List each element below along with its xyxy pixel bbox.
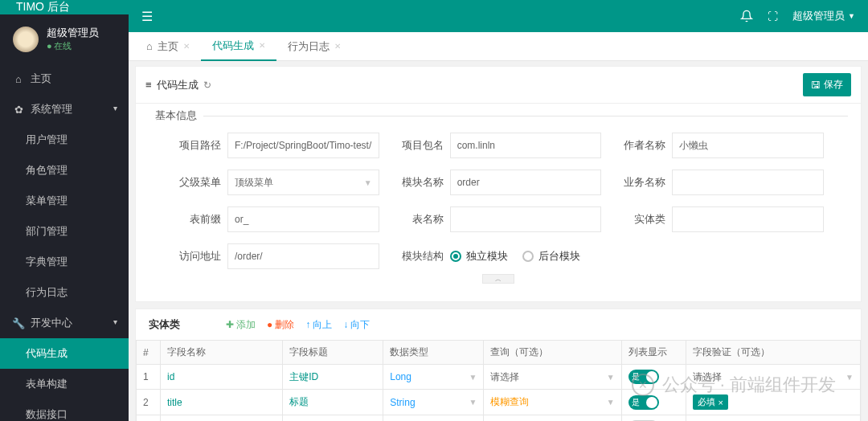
move-down-button[interactable]: ↓向下 — [343, 318, 370, 332]
home-icon: ⌂ — [146, 40, 153, 52]
user-name: 超级管理员 — [47, 26, 99, 40]
close-icon[interactable]: × — [719, 398, 723, 407]
tab-log[interactable]: 行为日志 ✕ — [276, 32, 352, 61]
entity-input[interactable] — [672, 206, 824, 232]
nav-user-mgmt[interactable]: 用户管理 — [0, 125, 129, 155]
admin-label: 超级管理员 — [792, 9, 845, 23]
nav-system[interactable]: ✿ 系统管理 ▴ — [0, 94, 129, 125]
type-select[interactable]: String▼ — [390, 397, 477, 408]
close-icon[interactable]: ✕ — [334, 42, 341, 51]
parent-menu-select[interactable]: 顶级菜单▼ — [227, 170, 379, 195]
bell-icon[interactable] — [740, 10, 753, 22]
tab-home[interactable]: ⌂ 主页 ✕ — [135, 32, 201, 61]
validate-select[interactable]: 请选择▼ — [693, 370, 854, 384]
radio-standalone[interactable]: 独立模块 — [450, 249, 508, 264]
chevron-down-icon: ▼ — [845, 373, 854, 382]
query-select[interactable]: 请选择▼ — [490, 370, 614, 384]
chevron-down-icon: ▼ — [607, 373, 615, 382]
save-icon: 🖫 — [811, 80, 821, 91]
switch-on[interactable]: 是 — [628, 395, 659, 410]
wrench-icon: 🔧 — [13, 317, 24, 329]
type-select[interactable]: Long▼ — [390, 371, 477, 382]
nav-role-mgmt[interactable]: 角色管理 — [0, 155, 129, 186]
tab-codegen[interactable]: 代码生成 ✕ — [201, 32, 276, 61]
logo: TIMO 后台 — [0, 0, 129, 14]
required-badge[interactable]: 必填 × — [693, 394, 728, 410]
avatar[interactable] — [13, 27, 39, 52]
user-block: 超级管理员 在线 — [0, 14, 129, 63]
chevron-down-icon: ▼ — [469, 398, 477, 407]
nav-form-build[interactable]: 表单构建 — [0, 369, 129, 399]
fieldset-legend: 基本信息 — [149, 108, 203, 123]
close-icon[interactable]: ✕ — [259, 41, 265, 50]
radio-icon — [522, 251, 534, 262]
nav-behavior-log[interactable]: 行为日志 — [0, 277, 129, 308]
user-status: 在线 — [47, 40, 99, 52]
chevron-down-icon: ▼ — [607, 398, 615, 407]
switch-on[interactable]: 是 — [628, 370, 659, 384]
url-input[interactable] — [227, 243, 379, 269]
nav-dict-mgmt[interactable]: 字典管理 — [0, 247, 129, 277]
table-prefix-input[interactable] — [227, 206, 379, 232]
table-row[interactable]: 2 title 标题 String▼ 模糊查询▼ 是 必填 × — [137, 390, 861, 415]
table-row[interactable]: 1 id 主键ID Long▼ 请选择▼ 是 请选择▼ — [137, 365, 861, 390]
nav-dept-mgmt[interactable]: 部门管理 — [0, 216, 129, 247]
fullscreen-icon[interactable]: ⛶ — [768, 10, 778, 22]
chevron-down-icon: ▼ — [469, 373, 477, 382]
save-button[interactable]: 🖫 保存 — [803, 73, 851, 96]
nav-label: 系统管理 — [31, 102, 72, 116]
nav-home[interactable]: ⌂ 主页 — [0, 63, 129, 94]
radio-icon — [450, 251, 461, 262]
refresh-icon[interactable]: ↻ — [203, 80, 211, 91]
entity-table: # 字段名称 字段标题 数据类型 查询（可选） 列表显示 字段验证（可选） 1 … — [136, 340, 861, 421]
collapse-handle[interactable]: ︿ — [482, 274, 514, 284]
add-button[interactable]: ✚添加 — [226, 318, 256, 332]
module-name-input[interactable] — [450, 170, 602, 195]
project-path-input[interactable] — [227, 133, 379, 158]
nav-dev[interactable]: 🔧 开发中心 ▴ — [0, 308, 129, 338]
move-up-button[interactable]: ↑向上 — [305, 318, 332, 332]
entity-title: 实体类 — [149, 317, 213, 332]
field-title-cell[interactable]: 主键ID — [283, 365, 383, 390]
arrow-down-icon: ↓ — [343, 319, 348, 330]
close-icon[interactable]: ✕ — [183, 42, 190, 51]
field-name-cell[interactable]: id — [161, 365, 283, 390]
query-select[interactable]: 模糊查询▼ — [490, 395, 614, 409]
sidebar-toggle-icon[interactable]: ☰ — [141, 9, 153, 24]
table-row[interactable]: 3 remark 备注 String▼ 请选择▼ 否 请选择▼ — [137, 415, 861, 422]
author-input[interactable] — [672, 133, 824, 158]
tab-bar: ⌂ 主页 ✕ 代码生成 ✕ 行为日志 ✕ — [129, 32, 868, 61]
chevron-down-icon: ▼ — [848, 12, 855, 20]
plus-icon: ✚ — [226, 319, 234, 330]
chevron-up-icon: ▴ — [113, 105, 117, 114]
field-title-cell[interactable]: 备注 — [283, 415, 383, 422]
topbar: ☰ ⛶ 超级管理员 ▼ — [129, 0, 868, 32]
nav-codegen[interactable]: 代码生成 — [0, 338, 129, 369]
field-name-cell[interactable]: title — [161, 390, 283, 415]
nav-label: 主页 — [31, 72, 51, 86]
package-input[interactable] — [450, 133, 602, 158]
radio-backend[interactable]: 后台模块 — [522, 249, 580, 264]
minus-icon: ● — [267, 319, 272, 330]
chevron-up-icon: ▴ — [113, 319, 117, 328]
chevron-down-icon: ▼ — [364, 178, 372, 187]
biz-name-input[interactable] — [672, 170, 824, 195]
field-name-cell[interactable]: remark — [161, 415, 283, 422]
field-title-cell[interactable]: 标题 — [283, 390, 383, 415]
nav-menu-mgmt[interactable]: 菜单管理 — [0, 186, 129, 216]
home-icon: ⌂ — [13, 73, 24, 85]
nav-label: 开发中心 — [31, 316, 72, 330]
delete-button[interactable]: ●删除 — [267, 318, 294, 332]
list-icon: ≡ — [145, 79, 152, 91]
gear-icon: ✿ — [13, 104, 24, 116]
nav-data-api[interactable]: 数据接口 — [0, 399, 129, 421]
arrow-up-icon: ↑ — [305, 319, 310, 330]
table-name-input[interactable] — [450, 206, 602, 232]
card-title: ≡ 代码生成 ↻ — [145, 78, 211, 92]
admin-dropdown[interactable]: 超级管理员 ▼ — [792, 9, 855, 23]
